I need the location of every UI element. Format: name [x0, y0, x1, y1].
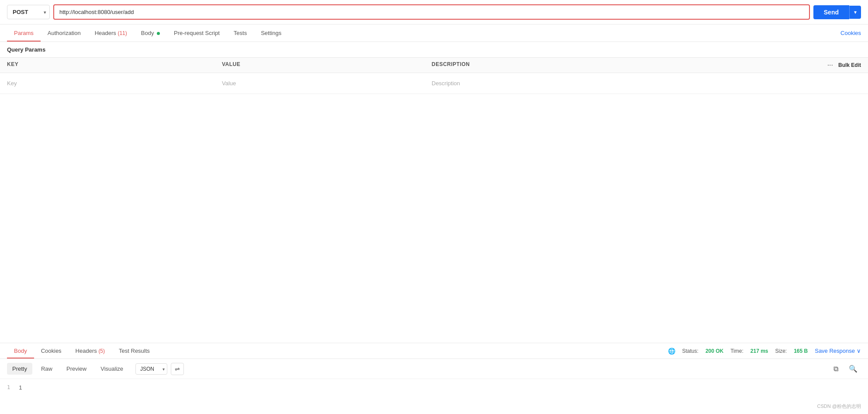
copy-icon: ⧉ [833, 365, 838, 372]
tab-params[interactable]: Params [7, 24, 41, 42]
col-actions-header: ··· Bulk Edit [827, 58, 861, 73]
main-content: KEY VALUE DESCRIPTION ··· Bulk Edit [0, 57, 868, 414]
tab-settings[interactable]: Settings [254, 24, 288, 42]
more-icon[interactable]: ··· [827, 61, 833, 69]
resp-tab-pretty[interactable]: Pretty [7, 363, 32, 375]
value-input[interactable] [222, 77, 421, 90]
resp-tab-visualize[interactable]: Visualize [95, 363, 128, 375]
tab-headers[interactable]: Headers (11) [88, 24, 134, 42]
method-select[interactable]: POST GET PUT DELETE PATCH [7, 5, 50, 19]
query-params-area: KEY VALUE DESCRIPTION ··· Bulk Edit [0, 57, 868, 343]
copy-button[interactable]: ⧉ [830, 363, 842, 375]
body-dot-indicator [157, 32, 160, 35]
search-button[interactable]: 🔍 [845, 362, 861, 375]
top-bar: POST GET PUT DELETE PATCH ▾ Send ▾ [0, 0, 868, 24]
bottom-tab-test-results[interactable]: Test Results [112, 343, 157, 358]
resp-tab-raw[interactable]: Raw [36, 363, 58, 375]
response-headers-badge: (5) [98, 348, 105, 354]
tab-body[interactable]: Body [134, 24, 167, 42]
bulk-edit-button[interactable]: Bulk Edit [838, 62, 861, 68]
cookies-link[interactable]: Cookies [840, 30, 861, 36]
request-tabs-row: Params Authorization Headers (11) Body P… [0, 24, 868, 42]
tab-pre-request-script[interactable]: Pre-request Script [167, 24, 227, 42]
size-label-text: Size: [775, 348, 787, 354]
query-params-label: Query Params [0, 42, 868, 57]
send-dropdown-button[interactable]: ▾ [849, 6, 861, 19]
time-value: 217 ms [750, 348, 768, 354]
globe-icon: 🌐 [668, 348, 675, 355]
bottom-tab-headers[interactable]: Headers (5) [69, 343, 112, 358]
table-row [0, 73, 868, 94]
line-content-1: 1 [19, 384, 22, 391]
wrap-lines-icon: ⇌ [175, 365, 180, 372]
key-cell [7, 73, 217, 94]
resp-tab-preview[interactable]: Preview [61, 363, 92, 375]
wrap-lines-button[interactable]: ⇌ [171, 363, 184, 375]
bottom-tabs-row: Body Cookies Headers (5) Test Results 🌐 … [0, 343, 868, 359]
description-cell [426, 73, 861, 94]
size-value: 165 B [794, 348, 808, 354]
status-label-text: Status: [682, 348, 699, 354]
status-row: 🌐 Status: 200 OK Time: 217 ms Size: 165 … [668, 348, 861, 355]
app-container: POST GET PUT DELETE PATCH ▾ Send ▾ Param… [0, 0, 868, 414]
save-response-link[interactable]: Save Response ∨ [815, 348, 861, 354]
params-table-header: KEY VALUE DESCRIPTION ··· Bulk Edit [0, 57, 868, 73]
bottom-tab-cookies[interactable]: Cookies [34, 343, 69, 358]
save-response-chevron-icon: ∨ [857, 348, 861, 354]
col-value-header: VALUE [217, 58, 426, 73]
bottom-panel: Body Cookies Headers (5) Test Results 🌐 … [0, 343, 868, 414]
status-value: 200 OK [705, 348, 723, 354]
headers-badge: (11) [118, 30, 127, 36]
key-input[interactable] [7, 77, 211, 90]
tab-authorization[interactable]: Authorization [41, 24, 88, 42]
watermark: CSDN @粉色的志明 [817, 403, 861, 410]
response-toolbar: Pretty Raw Preview Visualize JSON XML HT… [0, 359, 868, 379]
response-line: 1 1 [7, 384, 861, 391]
description-input[interactable] [432, 77, 856, 90]
value-cell [217, 73, 426, 94]
format-select-wrapper: JSON XML HTML Text ▾ [135, 363, 167, 375]
col-key-header: KEY [7, 58, 217, 73]
response-body: 1 1 [0, 379, 868, 414]
bottom-tab-body[interactable]: Body [7, 343, 34, 358]
send-button-wrapper: Send ▾ [813, 5, 861, 19]
url-input[interactable] [53, 4, 810, 20]
format-select[interactable]: JSON XML HTML Text [135, 363, 167, 375]
col-description-header: DESCRIPTION [426, 58, 827, 73]
send-button[interactable]: Send [813, 5, 849, 19]
line-number-1: 1 [7, 384, 10, 391]
search-icon: 🔍 [849, 365, 858, 372]
method-select-wrapper: POST GET PUT DELETE PATCH ▾ [7, 5, 50, 19]
time-label-text: Time: [730, 348, 744, 354]
tab-tests[interactable]: Tests [227, 24, 254, 42]
